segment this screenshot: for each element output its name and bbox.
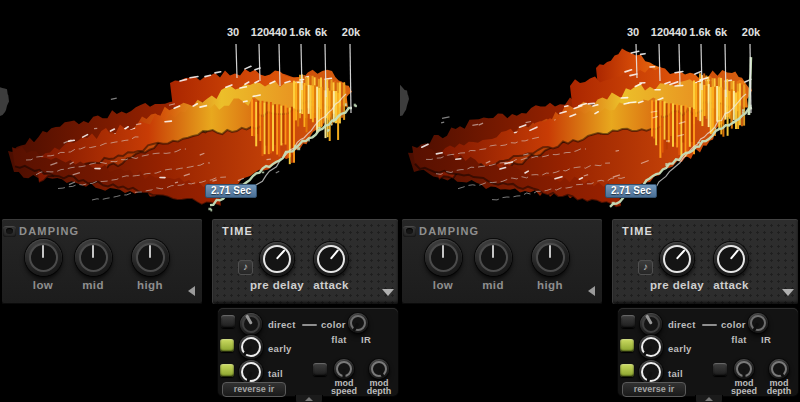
attack-label: attack (703, 279, 759, 291)
collapse-left-icon[interactable] (188, 286, 195, 296)
decay-time-badge: 2.71 Sec (605, 184, 657, 198)
damping-low-knob[interactable] (25, 239, 62, 276)
svg-text:120: 120 (651, 26, 669, 38)
knob-pointer (42, 245, 44, 258)
damping-title: DAMPING (419, 225, 479, 237)
direct-toggle[interactable] (221, 315, 235, 328)
plugin-window: 301204401.6k6k20k 2.71 Sec DAMPING low (0, 0, 800, 402)
direct-color-link-line (702, 324, 717, 326)
output-mix-panel: direct color flat IR early tail reverse … (618, 308, 798, 396)
tail-label: tail (668, 368, 683, 379)
mod-depth-knob[interactable] (769, 359, 789, 379)
mod-speed-knob[interactable] (334, 359, 354, 379)
mod-depth-knob[interactable] (369, 359, 389, 379)
direct-knob[interactable] (240, 313, 262, 335)
early-knob[interactable] (239, 335, 263, 359)
knob-pointer (549, 245, 551, 258)
time-header: TIME (622, 225, 653, 237)
tail-toggle[interactable] (620, 364, 634, 377)
decay-time-badge: 2.71 Sec (205, 184, 257, 198)
damping-panel: DAMPING low mid (402, 219, 602, 304)
waterfall-3d-plot: 301204401.6k6k20k (400, 0, 800, 218)
damping-high-knob[interactable] (532, 239, 569, 276)
early-label: early (668, 343, 692, 354)
tail-label: tail (268, 368, 283, 379)
tail-knob[interactable] (639, 360, 663, 384)
ir-label: IR (751, 334, 781, 345)
color-label: color (721, 319, 746, 330)
damping-mid-label: mid (69, 279, 117, 291)
reverse-ir-button[interactable]: reverse ir (622, 382, 686, 397)
expand-down-icon[interactable] (782, 289, 794, 296)
mod-toggle[interactable] (313, 363, 327, 376)
time-panel: TIME ♪ pre delay attack (612, 219, 798, 304)
direct-color-link-line (302, 324, 317, 326)
early-toggle[interactable] (220, 339, 234, 352)
damping-panel: DAMPING low mid (2, 219, 202, 304)
damping-mid-knob[interactable] (475, 239, 512, 276)
pre-delay-knob[interactable] (660, 242, 694, 276)
direct-label: direct (268, 319, 296, 330)
tail-toggle[interactable] (220, 364, 234, 377)
time-title: TIME (222, 225, 253, 237)
reverse-ir-button[interactable]: reverse ir (222, 382, 286, 397)
knob-pointer (343, 369, 346, 378)
mod-depth-label: mod depth (362, 379, 396, 395)
mod-speed-label: mod speed (327, 379, 361, 395)
knob-pointer (442, 245, 444, 258)
color-knob[interactable] (348, 313, 368, 333)
panel-pull-tab[interactable] (695, 395, 723, 402)
spectrogram-display[interactable]: 301204401.6k6k20k 2.71 Sec (400, 0, 800, 218)
knob-pointer (743, 369, 746, 378)
damping-led-icon[interactable] (3, 226, 16, 237)
attack-knob[interactable] (714, 242, 748, 276)
pre-delay-knob[interactable] (260, 242, 294, 276)
knob-pointer (149, 245, 151, 258)
svg-text:440: 440 (669, 26, 687, 38)
time-panel: TIME ♪ pre delay attack (212, 219, 398, 304)
expand-down-icon[interactable] (382, 289, 394, 296)
svg-text:120: 120 (251, 26, 269, 38)
collapse-left-icon[interactable] (588, 286, 595, 296)
knob-pointer (92, 245, 94, 258)
pre-delay-label: pre delay (649, 279, 705, 291)
damping-mid-knob[interactable] (75, 239, 112, 276)
damping-header: DAMPING (3, 225, 79, 237)
direct-toggle[interactable] (621, 315, 635, 328)
damping-high-knob[interactable] (132, 239, 169, 276)
svg-text:6k: 6k (715, 26, 728, 38)
mod-toggle[interactable] (713, 363, 727, 376)
svg-text:1.6k: 1.6k (689, 26, 711, 38)
ir-label: IR (351, 334, 381, 345)
reverb-instance: 301204401.6k6k20k 2.71 Sec DAMPING low (0, 0, 400, 402)
pre-delay-label: pre delay (249, 279, 305, 291)
damping-header: DAMPING (403, 225, 479, 237)
color-label: color (321, 319, 346, 330)
mod-depth-label: mod depth (762, 379, 796, 395)
flat-label: flat (724, 334, 754, 345)
time-title: TIME (622, 225, 653, 237)
attack-knob[interactable] (314, 242, 348, 276)
early-label: early (268, 343, 292, 354)
damping-led-icon[interactable] (403, 226, 416, 237)
svg-text:30: 30 (627, 26, 639, 38)
tail-knob[interactable] (239, 360, 263, 384)
svg-text:30: 30 (227, 26, 239, 38)
early-toggle[interactable] (620, 339, 634, 352)
waterfall-3d-plot: 301204401.6k6k20k (0, 0, 400, 218)
panel-pull-tab[interactable] (295, 395, 323, 402)
damping-title: DAMPING (19, 225, 79, 237)
spectrogram-display[interactable]: 301204401.6k6k20k 2.71 Sec (0, 0, 400, 218)
knob-pointer (492, 245, 494, 258)
color-knob[interactable] (748, 313, 768, 333)
mod-speed-knob[interactable] (734, 359, 754, 379)
output-mix-panel: direct color flat IR early tail reverse … (218, 308, 398, 396)
early-knob[interactable] (639, 335, 663, 359)
svg-text:20k: 20k (742, 26, 761, 38)
damping-mid-label: mid (469, 279, 517, 291)
damping-low-knob[interactable] (425, 239, 462, 276)
time-header: TIME (222, 225, 253, 237)
svg-text:1.6k: 1.6k (289, 26, 311, 38)
flat-label: flat (324, 334, 354, 345)
direct-knob[interactable] (640, 313, 662, 335)
